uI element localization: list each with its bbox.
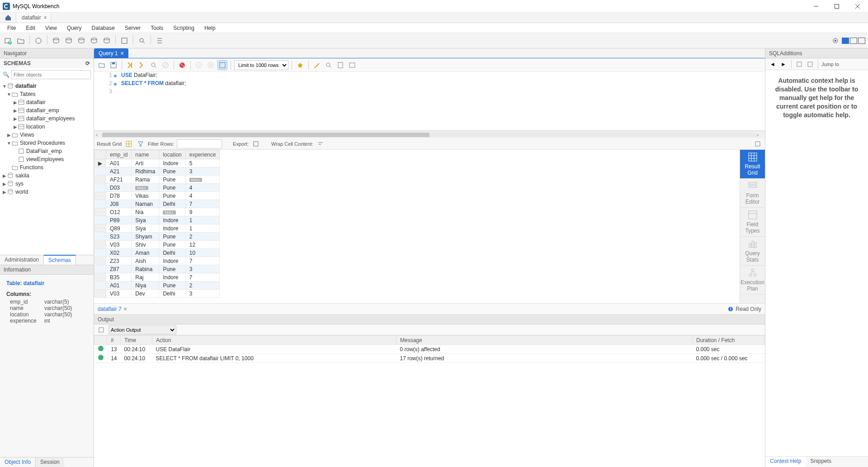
connection-tab[interactable]: dataflair × bbox=[16, 13, 51, 23]
autocommit-icon[interactable] bbox=[217, 60, 227, 70]
wrap-cell-icon[interactable] bbox=[316, 139, 325, 148]
table-dataflair[interactable]: dataflair bbox=[26, 99, 46, 105]
save-icon[interactable] bbox=[108, 60, 118, 70]
query-tab[interactable]: Query 1 × bbox=[94, 48, 128, 58]
tab-session[interactable]: Session bbox=[35, 457, 64, 467]
open-icon[interactable] bbox=[97, 60, 107, 70]
settings-icon[interactable] bbox=[830, 35, 841, 46]
rollback-icon[interactable] bbox=[206, 60, 216, 70]
result-grid[interactable]: emp_idnamelocationexperience▶A01ArtiIndo… bbox=[94, 150, 740, 303]
tb-icon-6[interactable] bbox=[101, 35, 112, 46]
menu-scripting[interactable]: Scripting bbox=[169, 24, 199, 32]
tab-schemas[interactable]: Schemas bbox=[44, 255, 76, 265]
tb-icon-4[interactable] bbox=[76, 35, 87, 46]
invisible-icon[interactable] bbox=[347, 60, 357, 70]
tab-context-help[interactable]: Context Help bbox=[765, 457, 806, 467]
new-sql-tab-button[interactable]: + bbox=[3, 35, 14, 46]
output-table[interactable]: #TimeActionMessageDuration / Fetch1300:2… bbox=[94, 335, 765, 467]
open-sql-button[interactable] bbox=[15, 35, 26, 46]
menu-query[interactable]: Query bbox=[62, 24, 86, 32]
schema-dataflair[interactable]: dataflair bbox=[15, 83, 37, 89]
sp-viewemployees[interactable]: viewEmployees bbox=[26, 156, 64, 162]
tb-icon-8[interactable] bbox=[137, 35, 147, 46]
svg-rect-53 bbox=[755, 142, 760, 146]
filter-icon[interactable] bbox=[136, 139, 145, 148]
filter-rows-input[interactable] bbox=[177, 139, 222, 148]
execute-current-icon[interactable] bbox=[137, 60, 147, 70]
menu-help[interactable]: Help bbox=[200, 24, 220, 32]
stop-icon[interactable] bbox=[160, 60, 170, 70]
jump-to-label[interactable]: Jump to bbox=[821, 62, 839, 67]
result-tab[interactable]: dataflair 7× bbox=[98, 306, 127, 312]
tb-icon-5[interactable] bbox=[89, 35, 99, 46]
close-button[interactable] bbox=[847, 0, 868, 13]
refresh-icon[interactable]: ⟳ bbox=[85, 60, 90, 67]
tb-icon-7[interactable] bbox=[119, 35, 130, 46]
menu-server[interactable]: Server bbox=[120, 24, 145, 32]
filter-input[interactable] bbox=[11, 70, 91, 79]
export-icon[interactable] bbox=[251, 139, 260, 148]
output-selector[interactable]: Action Output bbox=[108, 325, 176, 334]
view-execution-plan[interactable]: Execution Plan bbox=[740, 266, 765, 295]
view-query-stats[interactable]: Query Stats bbox=[740, 237, 765, 266]
tb-icon-9[interactable] bbox=[154, 35, 165, 46]
sql-editor[interactable]: 1USE DataFlair; 2SELECT * FROM dataflair… bbox=[94, 72, 765, 131]
prev-icon[interactable]: ◄ bbox=[768, 60, 777, 69]
menu-database[interactable]: Database bbox=[87, 24, 119, 32]
close-icon[interactable]: × bbox=[124, 306, 127, 312]
layout-toggle-3[interactable] bbox=[858, 38, 865, 44]
tab-object-info[interactable]: Object Info bbox=[0, 457, 35, 467]
tb-icon-2[interactable] bbox=[51, 35, 61, 46]
minimize-button[interactable] bbox=[806, 0, 826, 13]
execute-icon[interactable] bbox=[125, 60, 135, 70]
svg-rect-65 bbox=[755, 243, 756, 248]
commit-icon[interactable] bbox=[194, 60, 204, 70]
help-icon-1[interactable] bbox=[795, 60, 804, 69]
no-limit-icon[interactable] bbox=[177, 60, 187, 70]
folder-tables[interactable]: Tables bbox=[20, 91, 36, 97]
folder-sp[interactable]: Stored Procedures bbox=[20, 140, 65, 146]
beautify-icon[interactable] bbox=[295, 60, 305, 70]
grid-icon[interactable] bbox=[124, 139, 133, 148]
close-icon[interactable]: × bbox=[44, 14, 47, 21]
schema-sakila[interactable]: sakila bbox=[15, 172, 29, 179]
folder-functions[interactable]: Functions bbox=[20, 164, 43, 171]
layout-toggle-1[interactable] bbox=[842, 38, 849, 44]
menu-file[interactable]: File bbox=[3, 24, 20, 32]
tb-icon-1[interactable] bbox=[33, 35, 44, 46]
schema-tree[interactable]: ▼dataflair ▼Tables ▶dataflair ▶dataflair… bbox=[0, 81, 94, 255]
output-clear-icon[interactable] bbox=[97, 325, 106, 334]
tab-administration[interactable]: Administration bbox=[0, 255, 44, 265]
next-icon[interactable]: ► bbox=[779, 60, 788, 69]
menu-view[interactable]: View bbox=[41, 24, 61, 32]
pin-icon[interactable] bbox=[753, 139, 762, 148]
svg-point-11 bbox=[91, 38, 97, 40]
layout-toggle-2[interactable] bbox=[850, 38, 857, 44]
zoom-icon[interactable] bbox=[324, 60, 334, 70]
table-location[interactable]: location bbox=[26, 124, 45, 130]
schema-world[interactable]: world bbox=[15, 189, 28, 195]
sp-dataflair-emp[interactable]: DataFlair_emp bbox=[26, 148, 62, 154]
editor-scrollbar[interactable]: ‹› bbox=[94, 131, 765, 138]
home-tab[interactable] bbox=[0, 13, 16, 23]
menu-edit[interactable]: Edit bbox=[21, 24, 40, 32]
close-icon[interactable]: × bbox=[121, 50, 124, 57]
table-dataflair-emp[interactable]: dataflair_emp bbox=[26, 107, 59, 114]
wrap-icon[interactable] bbox=[335, 60, 345, 70]
view-result-grid[interactable]: Result Grid bbox=[740, 150, 765, 179]
limit-select[interactable]: Limit to 1000 rows bbox=[234, 60, 288, 70]
find-icon[interactable] bbox=[312, 60, 322, 70]
view-field-types[interactable]: Field Types bbox=[740, 208, 765, 237]
maximize-button[interactable] bbox=[826, 0, 847, 13]
explain-icon[interactable] bbox=[149, 60, 159, 70]
tab-snippets[interactable]: Snippets bbox=[806, 457, 836, 467]
folder-icon bbox=[12, 164, 18, 171]
menu-tools[interactable]: Tools bbox=[146, 24, 168, 32]
svg-rect-48 bbox=[349, 63, 355, 67]
help-icon-2[interactable] bbox=[806, 60, 815, 69]
table-dataflair-employees[interactable]: dataflair_employees bbox=[26, 115, 75, 122]
schema-sys[interactable]: sys bbox=[15, 181, 24, 187]
view-form-editor[interactable]: Form Editor bbox=[740, 179, 765, 208]
folder-views[interactable]: Views bbox=[20, 132, 34, 138]
tb-icon-3[interactable] bbox=[63, 35, 74, 46]
